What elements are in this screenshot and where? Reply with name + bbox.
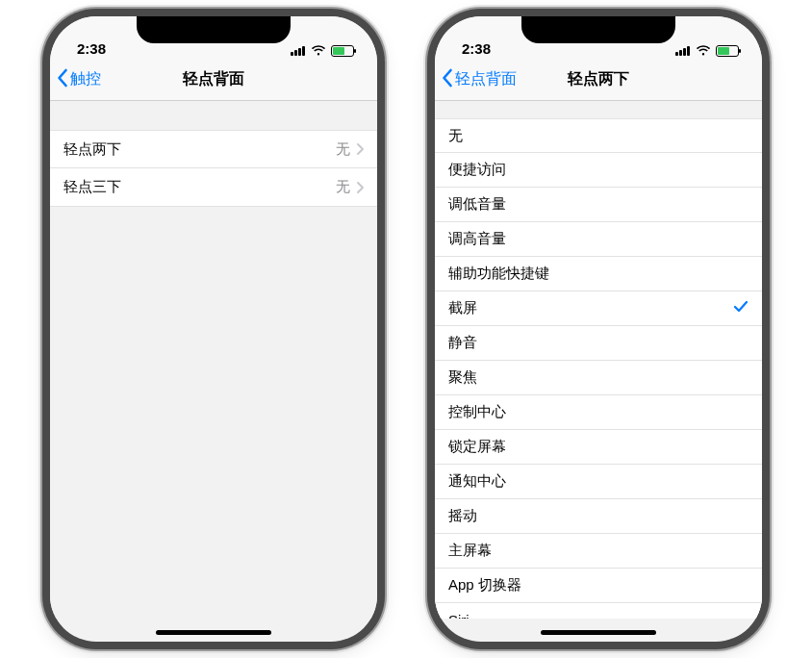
option-row[interactable]: 锁定屏幕 [435, 430, 762, 465]
option-row[interactable]: 聚焦 [435, 361, 762, 395]
option-label: 无 [448, 127, 463, 145]
option-row[interactable]: 无 [435, 118, 762, 153]
signal-icon [291, 46, 306, 56]
wifi-icon [696, 45, 711, 57]
option-label: 聚焦 [448, 368, 477, 387]
option-row[interactable]: 截屏 [435, 291, 762, 326]
option-row[interactable]: 调低音量 [435, 188, 762, 222]
chevron-left-icon [56, 68, 70, 91]
status-time: 2:38 [462, 40, 491, 57]
option-row[interactable]: 主屏幕 [435, 534, 762, 569]
option-row[interactable]: 便捷访问 [435, 153, 762, 188]
nav-bar: 触控 轻点背面 [50, 59, 377, 101]
battery-icon [331, 45, 354, 57]
option-row[interactable]: 调高音量 [435, 222, 762, 257]
content-area[interactable]: 轻点两下无轻点三下无 [50, 101, 377, 619]
option-label: 辅助功能快捷键 [448, 265, 549, 283]
phone-left: 2:38 触控 轻点背面 轻点两下无轻点三下无 [50, 16, 377, 642]
option-row[interactable]: 静音 [435, 326, 762, 361]
back-button[interactable]: 轻点背面 [441, 68, 517, 91]
option-label: 锁定屏幕 [448, 438, 506, 456]
option-label: 截屏 [448, 299, 477, 317]
settings-row[interactable]: 轻点三下无 [50, 168, 377, 207]
option-row[interactable]: Siri [435, 603, 762, 619]
back-label: 轻点背面 [455, 69, 517, 89]
back-button[interactable]: 触控 [56, 68, 101, 91]
chevron-right-icon [356, 143, 364, 155]
option-row[interactable]: App 切换器 [435, 569, 762, 603]
option-label: 调低音量 [448, 195, 506, 214]
settings-row[interactable]: 轻点两下无 [50, 130, 377, 168]
home-indicator[interactable] [156, 630, 271, 635]
option-label: 调高音量 [448, 230, 506, 248]
option-label: 便捷访问 [448, 161, 506, 179]
option-label: App 切换器 [448, 576, 521, 595]
option-row[interactable]: 辅助功能快捷键 [435, 257, 762, 291]
row-value: 无 [336, 178, 364, 196]
option-label: 静音 [448, 334, 477, 352]
option-row[interactable]: 控制中心 [435, 395, 762, 430]
option-label: 摇动 [448, 507, 477, 525]
option-label: 主屏幕 [448, 542, 492, 560]
home-indicator[interactable] [541, 630, 656, 635]
status-time: 2:38 [77, 40, 106, 57]
nav-bar: 轻点背面 轻点两下 [435, 59, 762, 101]
notch [521, 16, 675, 43]
row-value: 无 [336, 140, 364, 159]
wifi-icon [311, 45, 326, 57]
option-row[interactable]: 通知中心 [435, 465, 762, 499]
back-label: 触控 [70, 69, 101, 89]
content-area[interactable]: 无便捷访问调低音量调高音量辅助功能快捷键截屏静音聚焦控制中心锁定屏幕通知中心摇动… [435, 101, 762, 619]
checkmark-icon [733, 298, 749, 318]
signal-icon [675, 46, 691, 56]
chevron-right-icon [356, 182, 364, 193]
option-label: 通知中心 [448, 472, 506, 491]
notch [137, 16, 291, 43]
row-label: 轻点两下 [63, 140, 121, 159]
chevron-left-icon [441, 68, 455, 91]
battery-icon [716, 45, 739, 57]
row-label: 轻点三下 [63, 178, 121, 196]
option-label: 控制中心 [448, 403, 506, 421]
option-row[interactable]: 摇动 [435, 499, 762, 534]
phone-right: 2:38 轻点背面 轻点两下 无便捷访问调低音量调高音量辅助功能快捷键截屏静音聚… [435, 16, 762, 642]
option-label: Siri [448, 612, 469, 619]
